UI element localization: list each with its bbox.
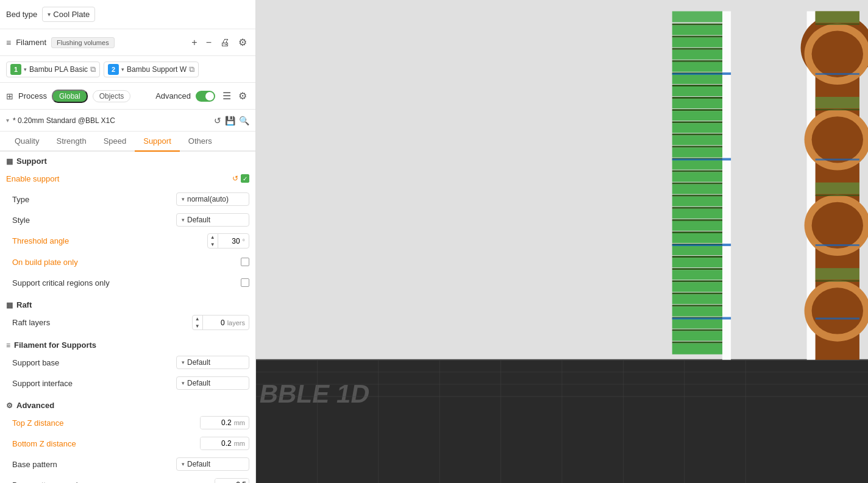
slot-2-name: Bambu Support W xyxy=(127,65,187,74)
advanced-toggle[interactable] xyxy=(196,91,215,102)
process-actions: ☰ ⚙ xyxy=(220,89,249,103)
undo-preset-button[interactable]: ↺ xyxy=(214,116,221,125)
bed-type-select[interactable]: ▾ Cool Plate xyxy=(42,7,95,22)
svg-rect-24 xyxy=(672,24,722,26)
enable-support-reset[interactable]: ↺ xyxy=(232,174,238,183)
svg-point-89 xyxy=(812,287,863,334)
tab-quality[interactable]: Quality xyxy=(6,132,48,152)
svg-rect-39 xyxy=(672,111,722,121)
bed-type-label: Bed type xyxy=(6,10,37,19)
svg-point-85 xyxy=(812,116,863,163)
flushing-volumes-button[interactable]: Flushing volumes xyxy=(51,37,115,48)
svg-text:BBLE 1D: BBLE 1D xyxy=(257,379,372,408)
svg-rect-26 xyxy=(672,36,722,38)
support-base-row: Support base ▾ Default xyxy=(0,352,255,373)
svg-rect-35 xyxy=(672,86,722,96)
top-z-control: mm xyxy=(200,416,249,429)
svg-rect-90 xyxy=(816,11,859,23)
critical-regions-control xyxy=(241,278,249,287)
support-interface-control: ▾ Default xyxy=(176,376,249,390)
raft-layers-up-button[interactable]: ▲ xyxy=(193,316,202,323)
threshold-input[interactable] xyxy=(218,235,243,247)
tab-others[interactable]: Others xyxy=(180,132,221,152)
top-z-input[interactable] xyxy=(201,417,234,429)
process-bar: ⊞ Process Global Objects Advanced ☰ ⚙ xyxy=(0,83,255,110)
bottom-z-input[interactable] xyxy=(201,437,234,450)
filament-actions: + − 🖨 ⚙ xyxy=(189,35,249,49)
tab-strength[interactable]: Strength xyxy=(48,132,94,152)
svg-rect-18 xyxy=(722,72,731,75)
preset-actions: ↺ 💾 🔍 xyxy=(214,116,249,125)
threshold-unit: ° xyxy=(243,238,249,245)
svg-rect-36 xyxy=(672,97,722,99)
bottom-z-row: Bottom Z distance mm xyxy=(0,433,255,454)
save-preset-button[interactable]: 💾 xyxy=(225,116,235,125)
base-pattern-value: Default xyxy=(187,460,210,468)
threshold-spinners: ▲ ▼ xyxy=(208,234,218,248)
threshold-input-wrap: ▲ ▼ ° xyxy=(207,233,249,249)
print-filament-button[interactable]: 🖨 xyxy=(218,36,232,49)
tab-objects-button[interactable]: Objects xyxy=(93,90,131,102)
critical-regions-row: Support critical regions only xyxy=(0,272,255,293)
svg-rect-2 xyxy=(256,0,868,366)
bottom-z-control: mm xyxy=(200,437,249,450)
svg-rect-57 xyxy=(672,221,722,231)
process-list-button[interactable]: ☰ xyxy=(220,89,233,103)
style-dropdown[interactable]: ▾ Default xyxy=(176,213,249,227)
base-pattern-dropdown[interactable]: ▾ Default xyxy=(176,457,249,471)
svg-rect-23 xyxy=(672,11,722,22)
slot-2-ext-button[interactable]: ⧉ xyxy=(189,65,194,74)
preset-select[interactable]: * 0.20mm Standard @BBL X1C xyxy=(13,116,210,125)
svg-rect-66 xyxy=(672,280,722,282)
filament-slot-1[interactable]: 1 ▾ Bambu PLA Basic ⧉ xyxy=(6,62,100,77)
support-interface-dropdown[interactable]: ▾ Default xyxy=(176,376,249,390)
raft-layers-input[interactable] xyxy=(203,317,227,329)
slot-1-name: Bambu PLA Basic xyxy=(29,65,88,74)
type-dropdown[interactable]: ▾ normal(auto) xyxy=(176,192,249,206)
raft-layers-label: Raft layers xyxy=(12,318,192,327)
raft-layers-down-button[interactable]: ▼ xyxy=(193,323,202,330)
svg-rect-102 xyxy=(816,73,859,75)
preset-arrow: ▾ xyxy=(6,117,9,124)
type-label: Type xyxy=(12,195,176,204)
process-settings-button[interactable]: ⚙ xyxy=(236,89,249,103)
critical-regions-checkbox[interactable] xyxy=(241,278,249,287)
base-pattern-spacing-input[interactable] xyxy=(215,479,249,483)
svg-rect-51 xyxy=(672,185,722,194)
svg-rect-33 xyxy=(672,74,722,84)
threshold-control: ▲ ▼ ° xyxy=(207,233,249,249)
remove-filament-button[interactable]: − xyxy=(204,36,214,49)
threshold-down-button[interactable]: ▼ xyxy=(208,241,218,249)
raft-layers-unit: layers xyxy=(227,319,249,326)
svg-rect-96 xyxy=(816,268,859,280)
type-dropdown-arrow: ▾ xyxy=(182,196,185,202)
slot-1-ext-button[interactable]: ⧉ xyxy=(90,65,96,74)
raft-layers-spinners: ▲ ▼ xyxy=(193,316,203,330)
svg-rect-77 xyxy=(672,344,722,354)
svg-rect-31 xyxy=(672,62,722,72)
svg-rect-63 xyxy=(672,258,722,267)
support-base-dropdown[interactable]: ▾ Default xyxy=(176,356,249,369)
on-build-plate-checkbox[interactable] xyxy=(241,258,249,266)
svg-rect-41 xyxy=(672,123,722,133)
svg-rect-49 xyxy=(672,172,722,182)
threshold-up-button[interactable]: ▲ xyxy=(208,234,218,241)
svg-rect-93 xyxy=(816,109,859,110)
svg-rect-99 xyxy=(672,158,722,160)
bottom-z-label: Bottom Z distance xyxy=(12,439,200,448)
filament-bar: ≡ Filament Flushing volumes + − 🖨 ⚙ xyxy=(0,29,255,56)
search-preset-button[interactable]: 🔍 xyxy=(239,116,249,125)
tab-support[interactable]: Support xyxy=(135,132,180,152)
add-filament-button[interactable]: + xyxy=(189,36,199,49)
tab-speed[interactable]: Speed xyxy=(95,132,135,152)
svg-rect-43 xyxy=(672,135,722,145)
settings-filament-button[interactable]: ⚙ xyxy=(236,35,249,49)
advanced-section-icon: ⚙ xyxy=(6,401,13,410)
tab-global-button[interactable]: Global xyxy=(52,90,88,103)
style-value: Default xyxy=(187,216,210,224)
svg-rect-103 xyxy=(816,158,859,160)
filament-slot-2[interactable]: 2 ▾ Bambu Support W ⧉ xyxy=(104,62,199,77)
advanced-section-title: Advanced xyxy=(16,401,54,410)
enable-support-checkbox[interactable]: ✓ xyxy=(241,174,249,183)
support-base-control: ▾ Default xyxy=(176,356,249,369)
